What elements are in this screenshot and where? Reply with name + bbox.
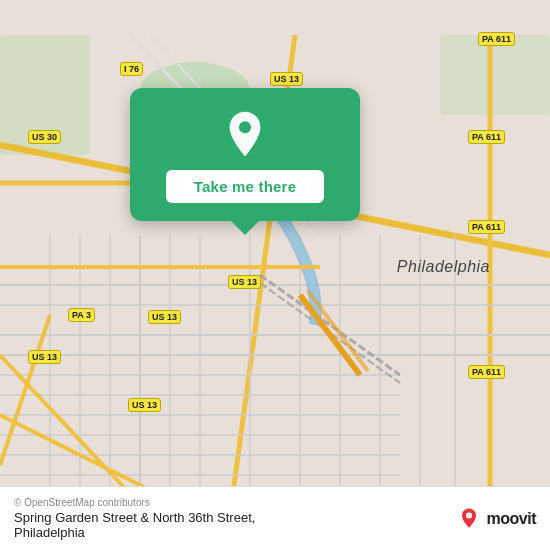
svg-line-39: [308, 291, 368, 371]
location-address: Spring Garden Street & North 36th Street…: [14, 510, 255, 540]
shield-us13-low2: US 13: [128, 398, 161, 412]
map-attribution: © OpenStreetMap contributors: [14, 497, 255, 508]
svg-point-43: [465, 512, 471, 518]
location-pin-icon: [221, 110, 269, 158]
map-container: I 76 US 30 US 13 PA 611 PA 611 PA 611 PA…: [0, 0, 550, 550]
svg-rect-2: [440, 35, 550, 115]
popup-card: Take me there: [130, 88, 360, 221]
moovit-brand-label: moovit: [487, 510, 536, 528]
svg-point-41: [239, 121, 251, 133]
moovit-logo: moovit: [455, 505, 536, 533]
moovit-icon: [455, 505, 483, 533]
shield-pa611-low: PA 611: [468, 365, 505, 379]
shield-us13-mid2: US 13: [148, 310, 181, 324]
svg-line-34: [0, 315, 50, 465]
shield-i76: I 76: [120, 62, 143, 76]
city-label: Philadelphia: [397, 258, 490, 276]
svg-line-36: [260, 275, 400, 375]
take-me-there-button[interactable]: Take me there: [166, 170, 324, 203]
shield-us13-low: US 13: [28, 350, 61, 364]
shield-pa611-top: PA 611: [478, 32, 515, 46]
shield-us13-mid: US 13: [228, 275, 261, 289]
shield-pa611-mid2: PA 611: [468, 220, 505, 234]
shield-us13-top: US 13: [270, 72, 303, 86]
bottom-bar: © OpenStreetMap contributors Spring Gard…: [0, 486, 550, 550]
shield-us30: US 30: [28, 130, 61, 144]
location-info: © OpenStreetMap contributors Spring Gard…: [14, 497, 255, 540]
shield-pa611-mid1: PA 611: [468, 130, 505, 144]
shield-pa3: PA 3: [68, 308, 95, 322]
